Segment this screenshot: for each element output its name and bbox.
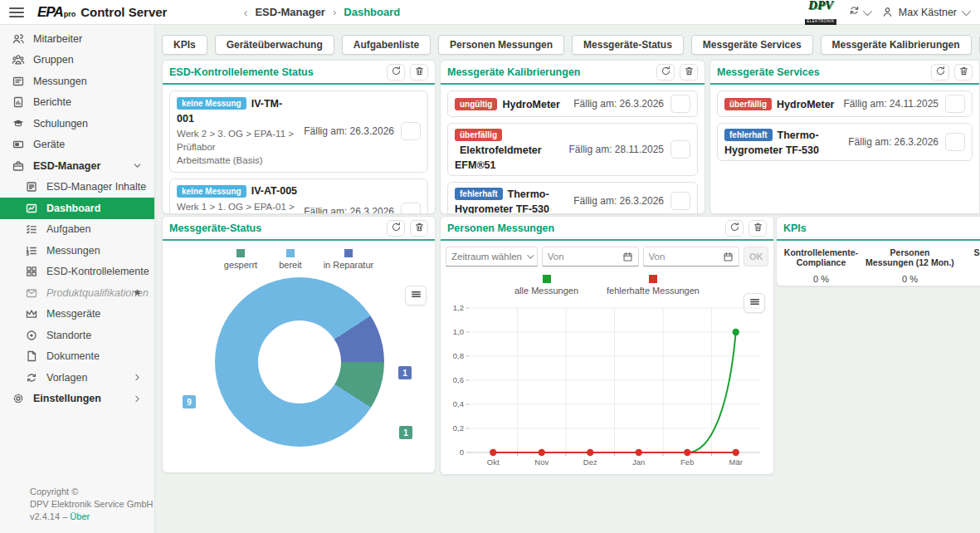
target-icon [25,329,38,342]
sidebar-item-mitarbeiter[interactable]: Mitarbeiter [0,28,154,50]
sidebar-item-esd-manager-inhalte[interactable]: ESD-Manager Inhalte [0,177,154,198]
sidebar-item-messungen[interactable]: Messungen [0,240,154,262]
grid-icon [25,265,38,278]
tab-ger-te-berwachung[interactable]: Geräteüberwachung [215,35,334,55]
svg-text:1,0: 1,0 [453,327,464,336]
sidebar-item-berichte[interactable]: Berichte [0,92,154,114]
delete-widget-button[interactable] [680,64,698,81]
app-logo: EPApro Control Server [37,4,167,21]
view-details-button[interactable] [670,95,690,113]
donut-chart: 911 [163,262,435,472]
breadcrumb-parent[interactable]: ESD-Manager [255,6,325,18]
refresh-button[interactable] [387,64,405,81]
sidebar-item-esd-kontrollelemente[interactable]: ESD-Kontrollelemente [0,262,154,283]
sidebar-item-messungen[interactable]: Messungen [0,71,154,92]
tab-aufgabenliste[interactable]: Aufgabenliste [342,35,431,55]
sidebar-item-produktqualifikationen[interactable]: Produktqualifikationen [0,282,154,304]
element-location: Werk 2 > 3. OG > EPA-11 > Prüflabor [177,128,299,154]
kpi-metric: Schulungen [954,247,980,284]
tab-messger-te-kalibrierungen[interactable]: Messgeräte Kalibrierungen [821,35,972,55]
legend-alle-messungen[interactable]: alle Messungen [514,275,578,296]
delete-widget-button[interactable] [954,64,973,81]
sidebar-item-standorte[interactable]: Standorte [0,325,154,346]
esd-element-row[interactable]: keine MessungIV-TM-001 Werk 2 > 3. OG > … [169,90,428,173]
breadcrumb-back-icon[interactable]: ‹ [243,5,247,19]
refresh-button[interactable] [656,64,675,81]
sidebar-item-ger-te[interactable]: Geräte [0,134,154,156]
copyright-line2: DPV Elektronik Service GmbH [30,498,154,511]
device-row[interactable]: fehlerhaftThermo-Hygrometer TF-530 Fälli… [717,123,973,161]
sync-dropdown-button[interactable] [848,4,870,20]
sidebar-item-dokumente[interactable]: Dokumente [0,346,154,368]
tab-messger-te-status[interactable]: Messgeräte-Status [572,35,684,55]
line-chart[interactable]: 00,20,40,60,81,01,2OktNovDezJanFebMär [444,301,770,474]
sidebar-item-esd-manager[interactable]: ESD-Manager [0,155,154,177]
hamburger-menu-icon[interactable] [9,7,24,17]
date-to-field [643,247,740,266]
refresh-button[interactable] [931,64,949,81]
card-underline [163,83,435,85]
status-badge: überfällig [455,129,502,141]
legend-swatch [286,249,295,257]
svg-text:0,6: 0,6 [453,375,464,384]
kpi-metric: Kontrollelemente-Compliance 0 % [777,247,865,284]
delete-widget-button[interactable] [410,220,428,237]
sidebar-item-vorlagen[interactable]: Vorlagen [0,367,154,389]
user-menu[interactable]: Max Kästner [881,6,968,18]
sidebar-item-messger-te[interactable]: Messgeräte [0,304,154,325]
calendar-icon[interactable] [622,252,633,262]
sidebar-item-einstellungen[interactable]: Einstellungen [0,389,154,410]
sidebar-item-schulungen[interactable]: Schulungen [0,113,154,134]
measure-action-button[interactable] [401,122,421,140]
sidebar-item-dashboard[interactable]: Dashboard [0,198,154,219]
legend-swatch [649,275,657,283]
tab-personen-messungen[interactable]: Personen Messungen [438,35,564,55]
sidebar-footer: Copyright © DPV Elektronik Service GmbH … [30,486,154,523]
date-from-input[interactable] [548,252,622,262]
kpi-label: Personen Messungen (12 Mon.) [865,247,954,267]
legend-fehlerhafte-messungen[interactable]: fehlerhafte Messungen [607,275,700,296]
sidebar-item-aufgaben[interactable]: Aufgaben [0,219,154,241]
view-details-button[interactable] [945,133,965,151]
view-details-button[interactable] [670,140,690,159]
tasks-icon [25,222,38,236]
status-badge: fehlerhaft [455,188,503,200]
device-row[interactable]: überfälligHydroMeter Fällig am: 24.11.20… [717,90,973,117]
ok-button[interactable]: OK [744,247,768,266]
sidebar: Mitarbeiter Gruppen Messungen Berichte S… [0,25,155,533]
delete-widget-button[interactable] [748,220,767,237]
esd-element-row[interactable]: keine MessungIV-AT-005 Werk 1 > 1. OG > … [169,178,428,214]
chevron-right-icon [132,372,143,383]
view-details-button[interactable] [670,192,690,210]
card-messgeraete-status-chart: Messgeräte-Status gesperrt bereit in Rep… [162,216,436,473]
date-from-field [542,247,639,266]
delete-widget-button[interactable] [410,64,428,81]
about-link[interactable]: Über [70,511,90,521]
zeitraum-select[interactable]: Zeitraum wählen [446,247,538,266]
card-messgeraete-kalibrierungen: Messgeräte Kalibrierungen ungültigHydroM… [440,60,705,214]
device-row[interactable]: fehlerhaftThermo-Hygrometer TF-530 Fälli… [447,182,698,214]
device-row[interactable]: überfälligElektrofeldmeter EFM®51 Fällig… [447,123,698,176]
card-title: Messgeräte Kalibrierungen [447,66,580,78]
donut-ring[interactable] [215,277,384,447]
date-to-input[interactable] [649,252,724,262]
meter-icon [25,307,38,320]
measure-card-icon [12,75,25,88]
due-date: Fällig am: 26.3.2026 [573,98,664,110]
refresh-button[interactable] [725,220,744,237]
document-icon [25,350,38,363]
calendar-icon[interactable] [723,252,734,262]
tab-messger-te-services[interactable]: Messgeräte Services [691,35,813,55]
chevron-down-icon [962,6,971,15]
view-details-button[interactable] [945,95,965,113]
status-badge: fehlerhaft [724,129,773,141]
kpi-value: 0 % [777,274,865,284]
measure-action-button[interactable] [401,203,421,214]
svg-text:1,2: 1,2 [453,303,464,312]
device-row[interactable]: ungültigHydroMeter Fällig am: 26.3.2026 [447,90,698,117]
user-name: Max Kästner [899,7,957,18]
tab-kpis[interactable]: KPIs [162,35,207,55]
sidebar-item-gruppen[interactable]: Gruppen [0,50,154,71]
refresh-button[interactable] [387,220,405,237]
sync-icon [848,4,861,20]
